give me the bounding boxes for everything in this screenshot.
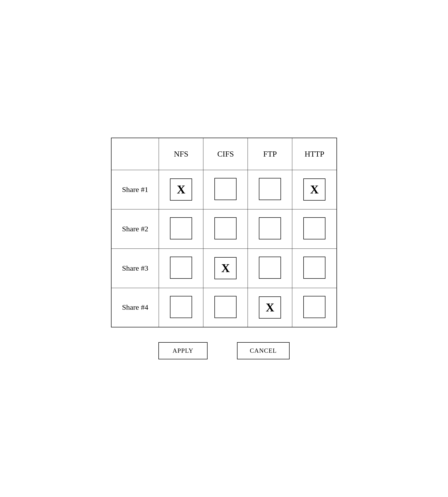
table-row: Share #2 <box>111 209 337 248</box>
table-row: Share #4X <box>111 288 337 327</box>
row-label-3: Share #3 <box>111 248 159 288</box>
checkbox-row2-col2[interactable] <box>214 217 237 239</box>
checkbox-cell-row2-col2[interactable] <box>203 209 248 248</box>
page-container: NFS CIFS FTP HTTP Share #1XXShare #2Shar… <box>111 138 337 359</box>
checkbox-row3-col2[interactable]: X <box>214 257 237 279</box>
checkbox-row1-col2[interactable] <box>214 178 237 200</box>
table-header-row: NFS CIFS FTP HTTP <box>111 138 337 170</box>
checkbox-row4-col2[interactable] <box>214 296 237 318</box>
x-mark-icon: X <box>310 184 319 195</box>
checkbox-cell-row1-col1[interactable]: X <box>159 170 203 209</box>
checkbox-cell-row3-col2[interactable]: X <box>203 248 248 288</box>
buttons-row: APPLY CANCEL <box>111 342 337 359</box>
checkbox-row1-col4[interactable]: X <box>303 179 325 200</box>
checkbox-row2-col4[interactable] <box>303 217 325 239</box>
checkbox-row2-col3[interactable] <box>259 217 281 239</box>
header-cifs: CIFS <box>203 138 248 170</box>
x-mark-icon: X <box>266 302 274 313</box>
checkbox-row2-col1[interactable] <box>170 217 192 239</box>
row-label-2: Share #2 <box>111 209 159 248</box>
checkbox-cell-row2-col3[interactable] <box>248 209 292 248</box>
checkbox-cell-row4-col2[interactable] <box>203 288 248 327</box>
checkbox-row4-col3[interactable]: X <box>259 297 281 318</box>
checkbox-cell-row3-col1[interactable] <box>159 248 203 288</box>
x-mark-icon: X <box>221 262 230 274</box>
x-mark-icon: X <box>177 184 185 195</box>
header-empty <box>111 138 159 170</box>
header-ftp: FTP <box>248 138 292 170</box>
checkbox-row4-col1[interactable] <box>170 296 192 318</box>
checkbox-cell-row4-col1[interactable] <box>159 288 203 327</box>
checkbox-row3-col3[interactable] <box>259 257 281 279</box>
checkbox-row1-col3[interactable] <box>259 178 281 200</box>
checkbox-cell-row4-col3[interactable]: X <box>248 288 292 327</box>
checkbox-row3-col1[interactable] <box>170 257 192 279</box>
checkbox-cell-row3-col3[interactable] <box>248 248 292 288</box>
checkbox-cell-row1-col3[interactable] <box>248 170 292 209</box>
shares-table: NFS CIFS FTP HTTP Share #1XXShare #2Shar… <box>111 138 337 327</box>
apply-button[interactable]: APPLY <box>159 342 208 359</box>
checkbox-row3-col4[interactable] <box>303 257 325 279</box>
header-http: HTTP <box>292 138 337 170</box>
row-label-4: Share #4 <box>111 288 159 327</box>
header-nfs: NFS <box>159 138 203 170</box>
table-row: Share #3X <box>111 248 337 288</box>
checkbox-cell-row1-col2[interactable] <box>203 170 248 209</box>
checkbox-cell-row1-col4[interactable]: X <box>292 170 337 209</box>
table-row: Share #1XX <box>111 170 337 209</box>
checkbox-row4-col4[interactable] <box>303 296 325 318</box>
checkbox-cell-row3-col4[interactable] <box>292 248 337 288</box>
row-label-1: Share #1 <box>111 170 159 209</box>
checkbox-row1-col1[interactable]: X <box>170 179 192 200</box>
checkbox-cell-row4-col4[interactable] <box>292 288 337 327</box>
checkbox-cell-row2-col4[interactable] <box>292 209 337 248</box>
cancel-button[interactable]: CANCEL <box>237 342 289 359</box>
checkbox-cell-row2-col1[interactable] <box>159 209 203 248</box>
